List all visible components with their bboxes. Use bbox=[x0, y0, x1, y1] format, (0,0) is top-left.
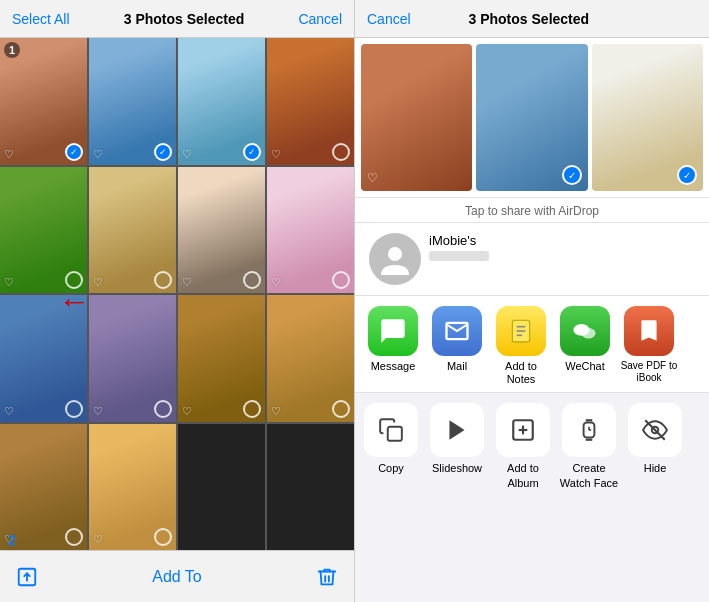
share-app-message[interactable]: Message bbox=[363, 306, 423, 373]
photo-cell-7[interactable]: ♡ bbox=[178, 167, 265, 294]
watch-icon bbox=[576, 417, 602, 443]
heart-icon-8: ♡ bbox=[271, 276, 281, 289]
action-add-album[interactable]: Add to Album bbox=[491, 403, 555, 490]
photo-cell-1[interactable]: 1 ✓ ♡ bbox=[0, 38, 87, 165]
delete-button[interactable] bbox=[316, 566, 338, 588]
contact-info: iMobie's bbox=[429, 233, 489, 261]
action-slideshow[interactable]: Slideshow bbox=[425, 403, 489, 475]
heart-icon-6: ♡ bbox=[93, 276, 103, 289]
left-cancel-button[interactable]: Cancel bbox=[298, 11, 342, 27]
svg-point-8 bbox=[582, 328, 596, 339]
left-title: 3 Photos Selected bbox=[124, 11, 245, 27]
actions-row: Copy Slideshow Add to Album bbox=[355, 393, 709, 496]
books-app-label: Save PDF to iBook bbox=[619, 360, 679, 384]
photo-cell-6[interactable]: ♡ bbox=[89, 167, 176, 294]
heart-icon-5: ♡ bbox=[4, 276, 14, 289]
contact-avatar[interactable] bbox=[369, 233, 421, 285]
hide-icon-box bbox=[628, 403, 682, 457]
left-bottom-bar: Add To bbox=[0, 550, 354, 602]
left-content: 1 ✓ ♡ ✓ ♡ ✓ ♡ ♡ ♡ ♡ bbox=[0, 38, 354, 602]
photo-cell-12[interactable]: ♡ bbox=[267, 295, 354, 422]
select-all-button[interactable]: Select All bbox=[12, 11, 70, 27]
right-panel: Cancel 3 Photos Selected ♡ ✓ ✓ Tap to sh… bbox=[355, 0, 709, 602]
slideshow-action-label: Slideshow bbox=[432, 461, 482, 475]
slideshow-icon-box bbox=[430, 403, 484, 457]
photo-cell-15 bbox=[178, 424, 265, 551]
strip-check-3: ✓ bbox=[677, 165, 697, 185]
empty-check-4 bbox=[332, 143, 350, 161]
hide-icon bbox=[642, 417, 668, 443]
contact-row: iMobie's ← bbox=[355, 223, 709, 296]
photo-cell-9[interactable]: ♡ bbox=[0, 295, 87, 422]
empty-check-11 bbox=[243, 400, 261, 418]
photo-cell-10[interactable]: ♡ bbox=[89, 295, 176, 422]
books-bookmark-icon bbox=[636, 318, 662, 344]
selected-photos-strip: ♡ ✓ ✓ bbox=[355, 38, 709, 198]
photo-num-badge-1: 1 bbox=[4, 42, 20, 58]
wechat-app-icon bbox=[560, 306, 610, 356]
share-app-mail[interactable]: Mail bbox=[427, 306, 487, 373]
left-toolbar: Select All 3 Photos Selected Cancel bbox=[0, 0, 354, 38]
message-bubble-icon bbox=[379, 317, 407, 345]
share-app-books[interactable]: Save PDF to iBook bbox=[619, 306, 679, 384]
empty-check-6 bbox=[154, 271, 172, 289]
right-title: 3 Photos Selected bbox=[469, 11, 590, 27]
strip-photo-3[interactable]: ✓ bbox=[592, 44, 703, 191]
photo-cell-16 bbox=[267, 424, 354, 551]
action-hide[interactable]: Hide bbox=[623, 403, 687, 475]
svg-point-2 bbox=[388, 247, 402, 261]
share-icon bbox=[16, 566, 38, 588]
watchface-icon-box bbox=[562, 403, 616, 457]
share-app-notes[interactable]: Add to Notes bbox=[491, 306, 551, 386]
photo-cell-4[interactable]: ♡ bbox=[267, 38, 354, 165]
hide-action-label: Hide bbox=[644, 461, 667, 475]
empty-check-12 bbox=[332, 400, 350, 418]
watchface-action-label: Create Watch Face bbox=[557, 461, 621, 490]
empty-check-5 bbox=[65, 271, 83, 289]
books-app-icon bbox=[624, 306, 674, 356]
contact-sub-text bbox=[429, 251, 489, 261]
photo-check-3: ✓ bbox=[243, 143, 261, 161]
copy-icon-box bbox=[364, 403, 418, 457]
empty-check-7 bbox=[243, 271, 261, 289]
airdrop-hint: Tap to share with AirDrop bbox=[355, 198, 709, 223]
wechat-bubble-icon bbox=[571, 317, 599, 345]
strip-photo-1[interactable]: ♡ bbox=[361, 44, 472, 191]
photo-cell-14[interactable]: ♡ bbox=[89, 424, 176, 551]
trash-icon bbox=[316, 566, 338, 588]
message-app-icon bbox=[368, 306, 418, 356]
right-toolbar: Cancel 3 Photos Selected bbox=[355, 0, 709, 38]
photo-check-1: ✓ bbox=[65, 143, 83, 161]
photo-cell-3[interactable]: ✓ ♡ bbox=[178, 38, 265, 165]
svg-rect-9 bbox=[388, 427, 402, 441]
photo-cell-11[interactable]: ♡ bbox=[178, 295, 265, 422]
copy-action-label: Copy bbox=[378, 461, 404, 475]
strip-photo-2[interactable]: ✓ bbox=[476, 44, 587, 191]
person-icon bbox=[377, 241, 413, 277]
action-copy[interactable]: Copy bbox=[359, 403, 423, 475]
empty-check-8 bbox=[332, 271, 350, 289]
share-apps-row: Message Mail Add to Notes WeChat bbox=[355, 296, 709, 393]
heart-icon-1: ♡ bbox=[4, 148, 14, 161]
badge-2: 2 bbox=[8, 532, 16, 548]
empty-check-14 bbox=[154, 528, 172, 546]
mail-app-label: Mail bbox=[447, 360, 467, 373]
notes-app-label: Add to Notes bbox=[491, 360, 551, 386]
photo-cell-2[interactable]: ✓ ♡ bbox=[89, 38, 176, 165]
photo-check-2: ✓ bbox=[154, 143, 172, 161]
add-album-icon bbox=[510, 417, 536, 443]
add-album-action-label: Add to Album bbox=[491, 461, 555, 490]
mail-envelope-icon bbox=[443, 317, 471, 345]
action-watchface[interactable]: Create Watch Face bbox=[557, 403, 621, 490]
share-button[interactable] bbox=[16, 566, 38, 588]
photo-cell-5[interactable]: ♡ bbox=[0, 167, 87, 294]
copy-icon bbox=[378, 417, 404, 443]
photo-cell-8[interactable]: ♡ bbox=[267, 167, 354, 294]
share-app-wechat[interactable]: WeChat bbox=[555, 306, 615, 373]
add-to-button[interactable]: Add To bbox=[152, 568, 202, 586]
add-album-icon-box bbox=[496, 403, 550, 457]
empty-check-10 bbox=[154, 400, 172, 418]
notes-doc-icon bbox=[508, 318, 534, 344]
right-cancel-button[interactable]: Cancel bbox=[367, 11, 411, 27]
empty-check-9 bbox=[65, 400, 83, 418]
